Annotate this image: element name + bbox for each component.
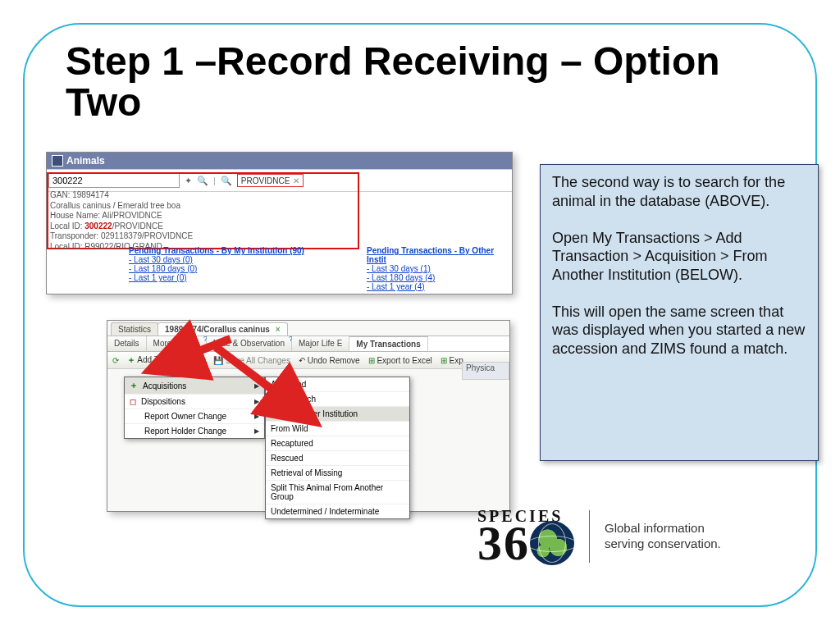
tab-major-life[interactable]: Major Life E xyxy=(292,336,349,351)
menu-undetermined[interactable]: Undetermined / Indeterminate xyxy=(266,504,409,518)
add-label: Add Transaction xyxy=(137,355,196,364)
menu-label: Undetermined / Indeterminate xyxy=(271,507,379,516)
toolbar: ⟳ ＋ Add Transaction ▼ 💾 Save All Changes… xyxy=(107,352,509,369)
link-right-3[interactable]: - Last 1 year (4) xyxy=(367,282,512,291)
localid-line: Local ID: 300222/PROVIDNCE xyxy=(50,221,193,232)
link-left-3[interactable]: - Last 1 year (0) xyxy=(129,273,304,282)
menu-label: Rescued xyxy=(271,454,303,463)
top-tab-row: Statistics 19894174/Corallus caninus × xyxy=(107,321,509,336)
link-hdr-right[interactable]: Pending Transactions - By Other Instit xyxy=(367,246,512,264)
tagline-2: serving conservation. xyxy=(605,536,721,552)
menu-label: Acquisitions xyxy=(143,381,186,390)
menu-label: Split This Animal From Another Group xyxy=(271,483,404,501)
export-2-button[interactable]: ⊞ Exp xyxy=(441,356,463,365)
undo-label: Undo Remove xyxy=(308,356,360,365)
transponder-line: Transponder: 029118379/PROVIDNCE xyxy=(50,231,193,242)
app-icon xyxy=(52,155,63,167)
save-icon: 💾 xyxy=(213,356,223,365)
menu-dispositions[interactable]: ◻ Dispositions ▶ xyxy=(125,395,264,409)
localid-prefix: Local ID: xyxy=(50,221,84,231)
animals-search-screenshot: Animals ✦ 🔍 | 🔍 PROVIDNCE ✕ GAN: 1989417… xyxy=(46,152,513,294)
excel-icon: ⊞ xyxy=(441,356,447,365)
undo-button[interactable]: ↶ Undo Remove xyxy=(299,356,360,365)
localid-suffix: /PROVIDNCE xyxy=(112,221,163,231)
logo-6: 6 xyxy=(504,521,528,565)
tab-statistics[interactable]: Statistics xyxy=(111,322,158,336)
menu-rescued[interactable]: Rescued xyxy=(266,451,409,466)
link-hdr-left[interactable]: Pending Transactions - By My Institution… xyxy=(129,246,304,255)
menu-label: Retrieval of Missing xyxy=(271,468,342,477)
menu-label: Dispositions xyxy=(141,397,185,406)
export-button[interactable]: ⊞ Export to Excel xyxy=(368,356,432,365)
tab-my-transactions[interactable]: My Transactions xyxy=(349,336,427,351)
panel-titlebar: Animals xyxy=(47,153,512,169)
tab-animal-label: 19894174/Corallus caninus xyxy=(165,325,270,334)
instruction-p3: This will open the same screen that was … xyxy=(552,303,806,358)
chevron-right-icon: ▶ xyxy=(254,427,259,435)
menu-split-group[interactable]: Split This Animal From Another Group xyxy=(266,481,409,504)
panel-title: Animals xyxy=(66,155,105,167)
logo-3: 3 xyxy=(477,521,502,565)
save-button[interactable]: 💾 Save All Changes xyxy=(213,356,290,365)
logo-tagline: Global information serving conservation. xyxy=(605,521,721,552)
menu-acquisitions[interactable]: ＋ Acquisitions ▶ xyxy=(125,377,264,395)
menu-retrieval-missing[interactable]: Retrieval of Missing xyxy=(266,466,409,481)
chevron-right-icon: ▶ xyxy=(254,413,259,420)
undo-icon: ↶ xyxy=(299,356,305,365)
link-right-2[interactable]: - Last 180 days (4) xyxy=(367,273,512,282)
refresh-icon[interactable]: ⟳ xyxy=(112,356,119,365)
menu-owner-change[interactable]: Report Owner Change ▶ xyxy=(125,409,264,424)
plus-icon: ＋ xyxy=(130,380,138,391)
house-line: House Name: Ali/PROVIDNCE xyxy=(50,211,193,221)
tab-notes[interactable]: Note & Observation ? xyxy=(207,336,292,351)
menu-label: Report Holder Change xyxy=(144,427,226,436)
tab-label: More Details xyxy=(153,339,199,348)
menu-from-wild[interactable]: From Wild xyxy=(266,422,409,436)
link-left-2[interactable]: - Last 180 days (0) xyxy=(129,264,304,273)
tab-label: Note & Observation xyxy=(213,339,285,348)
instruction-p2: Open My Transactions > Add Transaction >… xyxy=(552,229,806,285)
menu-label: From Wild xyxy=(271,424,308,433)
slide-heading: Step 1 –Record Receiving – Option Two xyxy=(66,41,788,124)
divider xyxy=(589,510,590,563)
menu-birth-hatch[interactable]: Birth / Hatch xyxy=(266,392,409,407)
sub-tab-row: Details More Details ? Note & Observatio… xyxy=(107,336,509,352)
chevron-right-icon: ▶ xyxy=(254,382,259,390)
menu-recaptured[interactable]: Recaptured xyxy=(266,436,409,451)
plus-icon: ＋ xyxy=(127,355,135,364)
menu-appeared[interactable]: Appeared xyxy=(266,377,409,392)
tab-details[interactable]: Details xyxy=(107,336,147,351)
minus-icon: ◻ xyxy=(130,397,136,406)
menu-from-another-institution[interactable]: From Another Institution xyxy=(266,407,409,422)
menu-label: Appeared xyxy=(271,380,306,389)
tab-more-details[interactable]: More Details ? xyxy=(147,336,207,351)
link-right-1[interactable]: - Last 30 days (1) xyxy=(367,264,512,273)
tab-animal[interactable]: 19894174/Corallus caninus × xyxy=(158,322,287,336)
globe-icon xyxy=(530,521,574,565)
cell-header: Physica xyxy=(462,362,509,380)
excel-icon: ⊞ xyxy=(368,356,375,365)
export-label: Export to Excel xyxy=(377,356,431,365)
tagline-1: Global information xyxy=(605,521,721,536)
pending-my-institution: Pending Transactions - By My Institution… xyxy=(129,246,304,282)
result-tooltip: GAN: 19894174 Corallus caninus / Emerald… xyxy=(50,190,193,252)
instruction-p1: The second way is to search for the anim… xyxy=(552,173,806,210)
chevron-right-icon: ▶ xyxy=(254,398,259,405)
gan-line: GAN: 19894174 xyxy=(50,190,193,201)
save-label: Save All Changes xyxy=(226,356,290,365)
pending-other-institution: Pending Transactions - By Other Instit -… xyxy=(367,246,512,291)
chevron-down-icon: ▼ xyxy=(199,357,205,364)
menu-label: Birth / Hatch xyxy=(271,395,316,404)
acquisitions-submenu: Appeared Birth / Hatch From Another Inst… xyxy=(265,377,410,519)
close-icon[interactable]: × xyxy=(276,325,281,334)
logo-brand: SPECIES 3 6 xyxy=(477,507,574,565)
add-transaction-button[interactable]: ＋ Add Transaction ▼ xyxy=(127,354,205,366)
localid-match: 300222 xyxy=(84,221,112,231)
species360-logo: SPECIES 3 6 Global information serving c… xyxy=(477,507,721,565)
link-left-1[interactable]: - Last 30 days (0) xyxy=(129,255,304,264)
menu-label: Report Owner Change xyxy=(144,412,226,421)
menu-label: Recaptured xyxy=(271,439,313,448)
menu-holder-change[interactable]: Report Holder Change ▶ xyxy=(125,424,264,438)
add-transaction-menu: ＋ Acquisitions ▶ ◻ Dispositions ▶ Report… xyxy=(124,377,265,439)
species-line: Corallus caninus / Emerald tree boa xyxy=(50,201,193,212)
